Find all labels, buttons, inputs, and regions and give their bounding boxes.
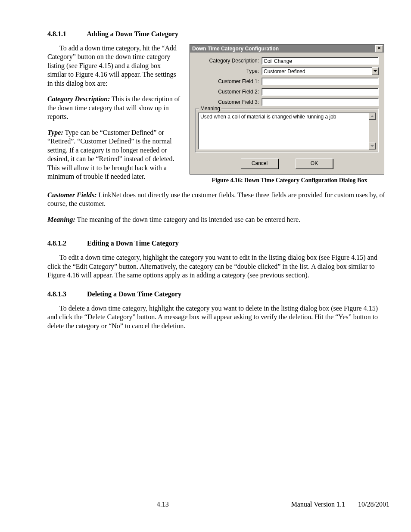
figure-block: Down Time Category Configuration ✕ Categ… bbox=[190, 44, 389, 184]
ok-button[interactable]: OK bbox=[296, 159, 333, 169]
label-customer-field-1: Customer Field 1: bbox=[195, 78, 262, 84]
label-category-description: Category Description: bbox=[195, 58, 262, 64]
combo-type[interactable]: Customer Defined bbox=[262, 67, 379, 75]
custfields-term: Customer Fields: bbox=[47, 191, 97, 199]
label-customer-field-3: Customer Field 3: bbox=[195, 99, 262, 105]
section-title: Adding a Down Time Category bbox=[87, 30, 178, 37]
catdesc-paragraph: Category Description: This is the descri… bbox=[47, 95, 181, 121]
section-heading-2: 4.8.1.2 Editing a Down Time Category bbox=[47, 240, 389, 247]
scroll-up-button[interactable] bbox=[369, 113, 376, 120]
input-customer-field-3[interactable] bbox=[262, 98, 379, 106]
type-text: Type can be “Customer Defined” or “Retir… bbox=[47, 129, 174, 180]
section2-body: To edit a down time category, highlight … bbox=[47, 253, 389, 280]
section-number: 4.8.1.1 bbox=[47, 30, 85, 38]
type-paragraph: Type: Type can be “Customer Defined” or … bbox=[47, 128, 181, 181]
section-number: 4.8.1.3 bbox=[47, 290, 85, 298]
chevron-down-icon bbox=[374, 70, 377, 72]
meaning-text: The meaning of the down time category an… bbox=[75, 216, 300, 223]
custfields-text: LinkNet does not directly use the custom… bbox=[47, 191, 385, 207]
manual-version: Manual Version 1.1 bbox=[291, 501, 345, 508]
groupbox-meaning-legend: Meaning bbox=[199, 106, 221, 112]
combo-type-value[interactable]: Customer Defined bbox=[262, 67, 372, 75]
document-page: 4.8.1.1 Adding a Down Time Category To a… bbox=[0, 0, 411, 532]
section-number: 4.8.1.2 bbox=[47, 240, 85, 247]
close-icon: ✕ bbox=[377, 46, 381, 50]
label-type: Type: bbox=[195, 68, 262, 74]
type-term: Type: bbox=[47, 129, 63, 136]
chevron-up-icon bbox=[371, 115, 374, 117]
dialog-titlebar[interactable]: Down Time Category Configuration ✕ bbox=[190, 44, 384, 53]
footer-right: Manual Version 1.110/28/2001 bbox=[278, 501, 389, 508]
textarea-scrollbar[interactable] bbox=[369, 112, 376, 149]
page-footer: 4.13 Manual Version 1.110/28/2001 bbox=[47, 501, 389, 508]
input-customer-field-2[interactable] bbox=[262, 88, 379, 96]
chevron-down-icon bbox=[371, 145, 374, 147]
dialog-body: Category Description: Coil Change Type: … bbox=[190, 53, 384, 174]
catdesc-term: Category Description: bbox=[47, 95, 110, 103]
figure-caption: Figure 4.16: Down Time Category Configur… bbox=[190, 177, 389, 184]
label-customer-field-2: Customer Field 2: bbox=[195, 89, 262, 95]
dialog-title: Down Time Category Configuration bbox=[192, 46, 375, 52]
section3-body: To delete a down time category, highligh… bbox=[47, 304, 389, 330]
input-category-description[interactable]: Coil Change bbox=[262, 57, 379, 65]
cancel-button[interactable]: Cancel bbox=[241, 159, 278, 169]
groupbox-meaning: Meaning Used when a coil of material is … bbox=[195, 109, 379, 152]
section-heading-1: 4.8.1.1 Adding a Down Time Category bbox=[47, 30, 389, 38]
input-customer-field-1[interactable] bbox=[262, 78, 379, 85]
footer-date: 10/28/2001 bbox=[358, 501, 389, 508]
intro-paragraph: To add a down time category, hit the “Ad… bbox=[47, 44, 181, 88]
section-title: Editing a Down Time Category bbox=[87, 240, 179, 247]
section-title: Deleting a Down Time Category bbox=[87, 290, 181, 298]
meaning-paragraph: Meaning: The meaning of the down time ca… bbox=[47, 215, 389, 224]
meaning-term: Meaning: bbox=[47, 216, 75, 223]
scroll-down-button[interactable] bbox=[369, 143, 376, 149]
combo-type-button[interactable] bbox=[372, 67, 379, 75]
custfields-paragraph: Customer Fields: LinkNet does not direct… bbox=[47, 191, 389, 208]
textarea-meaning[interactable]: Used when a coil of material is changed … bbox=[198, 112, 369, 149]
dialog-window: Down Time Category Configuration ✕ Categ… bbox=[190, 44, 384, 174]
page-number: 4.13 bbox=[47, 501, 278, 508]
section-heading-3: 4.8.1.3 Deleting a Down Time Category bbox=[47, 290, 389, 298]
close-button[interactable]: ✕ bbox=[375, 45, 383, 52]
